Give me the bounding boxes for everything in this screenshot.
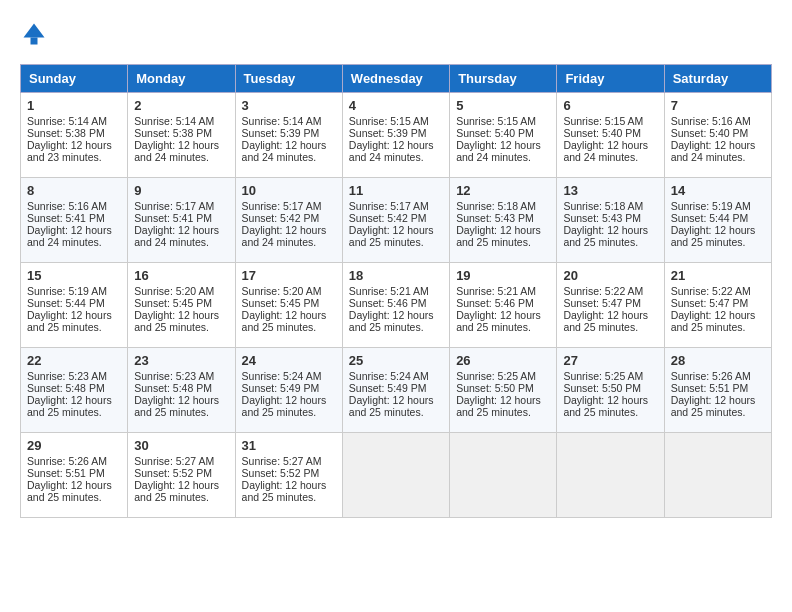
calendar-cell: 12Sunrise: 5:18 AMSunset: 5:43 PMDayligh… [450, 178, 557, 263]
svg-marker-0 [24, 24, 45, 38]
day-number: 23 [134, 353, 228, 368]
day-info-line: Sunrise: 5:26 AM [671, 370, 765, 382]
calendar-cell: 22Sunrise: 5:23 AMSunset: 5:48 PMDayligh… [21, 348, 128, 433]
day-info-line: Sunset: 5:47 PM [671, 297, 765, 309]
calendar-cell: 6Sunrise: 5:15 AMSunset: 5:40 PMDaylight… [557, 93, 664, 178]
day-info-line: and 25 minutes. [27, 321, 121, 333]
day-number: 15 [27, 268, 121, 283]
day-info-line: and 24 minutes. [242, 236, 336, 248]
day-info-line: and 25 minutes. [349, 406, 443, 418]
day-info-line: and 25 minutes. [456, 321, 550, 333]
day-info-line: Daylight: 12 hours [242, 139, 336, 151]
day-info-line: Sunrise: 5:23 AM [134, 370, 228, 382]
day-info-line: Sunset: 5:48 PM [134, 382, 228, 394]
day-info-line: and 25 minutes. [671, 321, 765, 333]
day-info-line: and 24 minutes. [134, 236, 228, 248]
day-info-line: Daylight: 12 hours [27, 394, 121, 406]
day-info-line: Sunrise: 5:15 AM [349, 115, 443, 127]
day-header-tuesday: Tuesday [235, 65, 342, 93]
day-info-line: Daylight: 12 hours [134, 479, 228, 491]
day-info-line: Sunset: 5:38 PM [134, 127, 228, 139]
day-number: 6 [563, 98, 657, 113]
calendar-cell: 31Sunrise: 5:27 AMSunset: 5:52 PMDayligh… [235, 433, 342, 518]
day-info-line: Daylight: 12 hours [349, 309, 443, 321]
day-number: 1 [27, 98, 121, 113]
day-info-line: Sunrise: 5:24 AM [242, 370, 336, 382]
day-info-line: and 25 minutes. [242, 491, 336, 503]
calendar-cell: 2Sunrise: 5:14 AMSunset: 5:38 PMDaylight… [128, 93, 235, 178]
calendar-cell: 29Sunrise: 5:26 AMSunset: 5:51 PMDayligh… [21, 433, 128, 518]
calendar-cell: 10Sunrise: 5:17 AMSunset: 5:42 PMDayligh… [235, 178, 342, 263]
day-info-line: Sunrise: 5:27 AM [242, 455, 336, 467]
day-info-line: Sunrise: 5:17 AM [242, 200, 336, 212]
day-number: 2 [134, 98, 228, 113]
day-info-line: Sunrise: 5:25 AM [456, 370, 550, 382]
day-info-line: Sunset: 5:39 PM [349, 127, 443, 139]
day-info-line: Daylight: 12 hours [134, 309, 228, 321]
day-info-line: Daylight: 12 hours [242, 394, 336, 406]
day-info-line: Daylight: 12 hours [456, 224, 550, 236]
day-info-line: and 24 minutes. [242, 151, 336, 163]
day-info-line: Daylight: 12 hours [242, 309, 336, 321]
day-info-line: Sunset: 5:50 PM [456, 382, 550, 394]
day-info-line: and 25 minutes. [242, 321, 336, 333]
day-info-line: Sunrise: 5:18 AM [456, 200, 550, 212]
calendar-cell [450, 433, 557, 518]
day-info-line: Sunrise: 5:17 AM [349, 200, 443, 212]
day-info-line: and 25 minutes. [242, 406, 336, 418]
day-info-line: and 25 minutes. [563, 321, 657, 333]
day-info-line: Daylight: 12 hours [456, 139, 550, 151]
calendar-cell: 20Sunrise: 5:22 AMSunset: 5:47 PMDayligh… [557, 263, 664, 348]
day-info-line: Sunrise: 5:21 AM [349, 285, 443, 297]
day-info-line: Sunrise: 5:20 AM [242, 285, 336, 297]
day-info-line: Sunrise: 5:23 AM [27, 370, 121, 382]
day-info-line: Sunrise: 5:15 AM [563, 115, 657, 127]
day-info-line: Sunrise: 5:26 AM [27, 455, 121, 467]
day-info-line: Sunrise: 5:16 AM [27, 200, 121, 212]
day-info-line: Sunset: 5:49 PM [242, 382, 336, 394]
day-number: 7 [671, 98, 765, 113]
day-number: 14 [671, 183, 765, 198]
day-info-line: Daylight: 12 hours [671, 394, 765, 406]
day-info-line: and 24 minutes. [671, 151, 765, 163]
day-info-line: Sunset: 5:43 PM [563, 212, 657, 224]
day-info-line: Sunrise: 5:25 AM [563, 370, 657, 382]
day-info-line: Sunset: 5:52 PM [242, 467, 336, 479]
day-info-line: Sunset: 5:40 PM [671, 127, 765, 139]
day-number: 26 [456, 353, 550, 368]
day-info-line: and 25 minutes. [349, 321, 443, 333]
day-info-line: Sunrise: 5:14 AM [242, 115, 336, 127]
day-number: 29 [27, 438, 121, 453]
day-info-line: Daylight: 12 hours [456, 394, 550, 406]
day-number: 9 [134, 183, 228, 198]
day-info-line: Daylight: 12 hours [563, 139, 657, 151]
day-info-line: Sunset: 5:46 PM [456, 297, 550, 309]
day-info-line: Sunrise: 5:22 AM [563, 285, 657, 297]
calendar-cell: 7Sunrise: 5:16 AMSunset: 5:40 PMDaylight… [664, 93, 771, 178]
calendar-cell: 8Sunrise: 5:16 AMSunset: 5:41 PMDaylight… [21, 178, 128, 263]
day-info-line: and 25 minutes. [671, 236, 765, 248]
calendar-cell: 13Sunrise: 5:18 AMSunset: 5:43 PMDayligh… [557, 178, 664, 263]
day-header-monday: Monday [128, 65, 235, 93]
day-info-line: Sunrise: 5:17 AM [134, 200, 228, 212]
day-number: 20 [563, 268, 657, 283]
day-info-line: Daylight: 12 hours [671, 309, 765, 321]
day-info-line: Sunset: 5:44 PM [27, 297, 121, 309]
day-number: 3 [242, 98, 336, 113]
week-row-3: 22Sunrise: 5:23 AMSunset: 5:48 PMDayligh… [21, 348, 772, 433]
calendar-cell [664, 433, 771, 518]
day-info-line: Daylight: 12 hours [242, 479, 336, 491]
day-info-line: Sunset: 5:48 PM [27, 382, 121, 394]
day-info-line: Daylight: 12 hours [671, 224, 765, 236]
day-info-line: Sunrise: 5:27 AM [134, 455, 228, 467]
day-number: 22 [27, 353, 121, 368]
day-info-line: Sunrise: 5:20 AM [134, 285, 228, 297]
calendar-cell: 21Sunrise: 5:22 AMSunset: 5:47 PMDayligh… [664, 263, 771, 348]
day-info-line: Sunset: 5:43 PM [456, 212, 550, 224]
calendar-cell: 23Sunrise: 5:23 AMSunset: 5:48 PMDayligh… [128, 348, 235, 433]
day-info-line: Sunrise: 5:21 AM [456, 285, 550, 297]
day-info-line: Sunset: 5:40 PM [456, 127, 550, 139]
day-info-line: and 25 minutes. [27, 406, 121, 418]
day-info-line: Sunset: 5:39 PM [242, 127, 336, 139]
calendar-cell: 1Sunrise: 5:14 AMSunset: 5:38 PMDaylight… [21, 93, 128, 178]
